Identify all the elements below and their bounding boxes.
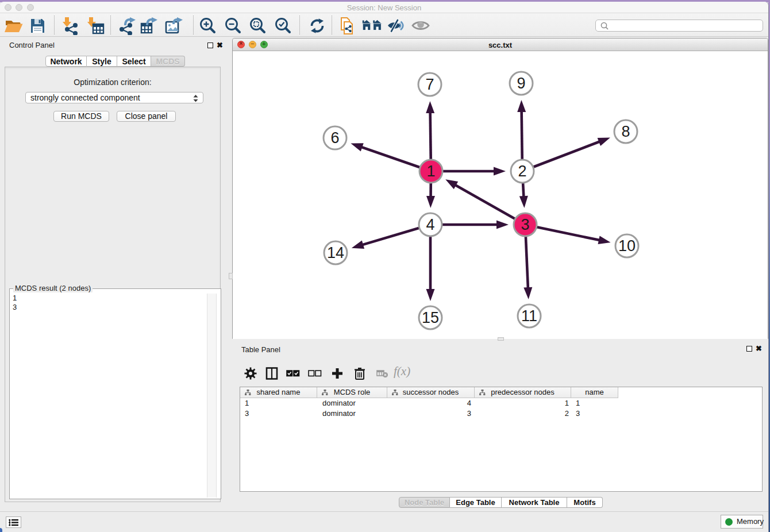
svg-text:9: 9 (517, 75, 525, 92)
svg-text:11: 11 (521, 307, 537, 325)
svg-text:2: 2 (518, 163, 526, 180)
svg-text:3: 3 (521, 216, 529, 233)
svg-text:6: 6 (330, 129, 339, 147)
svg-text:7: 7 (425, 76, 434, 93)
svg-text:14: 14 (327, 244, 344, 261)
svg-text:10: 10 (618, 237, 636, 255)
svg-text:4: 4 (426, 216, 434, 233)
svg-text:8: 8 (621, 123, 630, 140)
svg-text:15: 15 (422, 309, 439, 326)
svg-text:1: 1 (426, 163, 435, 180)
